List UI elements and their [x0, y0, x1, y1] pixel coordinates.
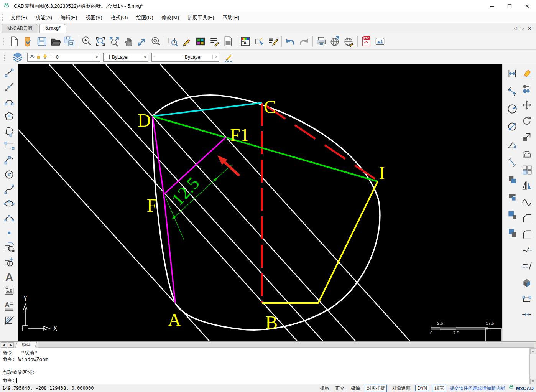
layer-select[interactable]: 0 ∨ [27, 53, 100, 62]
draw-spline-icon[interactable] [3, 183, 16, 196]
draw-rectangle-icon[interactable] [3, 139, 16, 152]
status-toggle-对象捕捉[interactable]: 对象捕捉 [365, 385, 387, 392]
undo-icon[interactable] [283, 35, 297, 48]
menu-扩展工具(E)[interactable]: 扩展工具(E) [183, 13, 218, 23]
document-tab-MxCAD云图[interactable]: MxCAD云图 [2, 24, 38, 33]
trim-icon[interactable] [520, 259, 534, 273]
draw-polygon-icon[interactable] [3, 110, 16, 123]
horizontal-scrollbar[interactable] [38, 343, 534, 348]
blocks-copy2-icon[interactable] [505, 189, 519, 205]
zoom-object-icon[interactable] [149, 35, 163, 48]
selection-set-icon[interactable] [252, 35, 266, 48]
zoom-window-icon[interactable] [94, 35, 107, 48]
open-folder-icon[interactable] [49, 35, 62, 48]
status-toggle-线宽[interactable]: 线宽 [433, 385, 446, 392]
bulb-icon[interactable] [42, 54, 48, 61]
save-icon[interactable] [35, 35, 49, 48]
draw-arc-u-icon[interactable] [3, 95, 16, 108]
blocks-copy4-icon[interactable] [505, 225, 519, 240]
page-setup-icon[interactable] [221, 35, 235, 48]
eye-icon[interactable] [29, 54, 35, 61]
print-icon[interactable] [314, 35, 328, 48]
color-table-icon[interactable] [194, 35, 207, 48]
edit-pencil-icon[interactable] [180, 35, 194, 48]
draw-point-icon[interactable] [3, 226, 16, 239]
pan-icon[interactable] [121, 35, 135, 48]
zoom-extents-icon[interactable] [107, 35, 121, 48]
menu-文件(F)[interactable]: 文件(F) [7, 13, 31, 23]
draw-polyline-icon[interactable] [3, 124, 16, 137]
rotate-icon[interactable] [520, 114, 534, 128]
draw-xline-icon[interactable] [3, 81, 16, 94]
layout-next-icon[interactable]: ▶ [8, 342, 14, 348]
scroll-up-icon[interactable]: ▲ [530, 348, 536, 354]
zoom-in-icon[interactable] [80, 35, 94, 48]
fillet-icon[interactable] [520, 227, 534, 241]
feedback-link[interactable]: 提交软件问题或增加新功能 [450, 385, 505, 392]
scale-icon[interactable] [520, 130, 534, 144]
color-select[interactable]: ByLayer ∨ [103, 53, 148, 62]
menu-帮助(H)[interactable]: 帮助(H) [218, 13, 243, 23]
status-toggle-正交[interactable]: 正交 [334, 385, 345, 392]
ucs-axes-icon[interactable] [135, 35, 149, 48]
save-as-icon[interactable] [62, 35, 76, 48]
draw-line-icon[interactable] [3, 66, 16, 79]
draw-text-icon[interactable]: A [3, 270, 16, 283]
draw-ellipse-icon[interactable] [3, 197, 16, 210]
dim-linear-icon[interactable] [505, 66, 519, 81]
draw-mtext-icon[interactable]: A [3, 299, 16, 312]
match-brush-icon[interactable] [266, 35, 280, 48]
export-image-icon[interactable] [373, 35, 387, 48]
publish-web-icon[interactable] [328, 35, 342, 48]
tab-model[interactable]: 模型 [15, 342, 37, 348]
draw-arc-icon[interactable] [3, 153, 16, 166]
dim-aligned-icon[interactable] [505, 84, 519, 99]
status-toggle-栅格[interactable]: 栅格 [319, 385, 330, 392]
menu-修改(M)[interactable]: 修改(M) [157, 13, 183, 23]
dim-radius-icon[interactable] [505, 101, 519, 117]
tab-scroll-left-icon[interactable]: ◁ [514, 26, 517, 31]
move-icon[interactable] [520, 98, 534, 112]
draw-circle-icon[interactable] [3, 168, 16, 181]
minimize-button[interactable]: ─ [483, 0, 501, 12]
swatch-icon[interactable] [49, 54, 54, 61]
menu-格式(O)[interactable]: 格式(O) [107, 13, 132, 23]
command-input[interactable]: 命令: [0, 377, 536, 384]
linetype-select[interactable]: ByLayer ∨ [151, 53, 219, 62]
scroll-down-icon[interactable]: ▼ [530, 379, 536, 384]
maximize-button[interactable]: ☐ [501, 0, 518, 12]
menu-功能(A)[interactable]: 功能(A) [31, 13, 56, 23]
export-pdf-icon[interactable]: PDF [359, 35, 373, 48]
document-tab-5.mxg*[interactable]: 5.mxg* [39, 24, 66, 33]
dim-angular-icon[interactable] [505, 137, 519, 152]
command-scrollbar[interactable]: ▲ ▼ [529, 348, 536, 384]
break-at-point-icon[interactable] [520, 243, 534, 257]
layout-prev-icon[interactable]: ◀ [1, 342, 7, 348]
text-style-icon[interactable]: A [238, 35, 252, 48]
draw-arc-chord-icon[interactable] [3, 212, 16, 225]
named-view-icon[interactable] [166, 35, 180, 48]
tab-scroll-right-icon[interactable]: ▷ [521, 26, 524, 31]
menu-编辑(E)[interactable]: 编辑(E) [56, 13, 81, 23]
mtext-edit-icon[interactable] [207, 35, 221, 48]
layer-manager-icon[interactable] [11, 51, 24, 64]
status-toggle-对象追踪[interactable]: 对象追踪 [391, 385, 411, 392]
chamfer-icon[interactable] [520, 211, 534, 225]
offset-icon[interactable] [520, 147, 534, 160]
explode-icon[interactable] [520, 275, 534, 289]
dim-diameter-icon[interactable] [505, 119, 519, 134]
copy-object-icon[interactable] [520, 82, 534, 96]
stretch-icon[interactable] [520, 292, 534, 305]
draw-hatch-icon[interactable] [3, 314, 16, 327]
drawing-canvas[interactable]: 12.5DCF1FIABYX2.517.507.5 [18, 64, 502, 341]
rev-cloud-icon[interactable] [520, 195, 534, 209]
status-toggle-极轴[interactable]: 极轴 [349, 385, 361, 392]
blocks-copy3-icon[interactable] [505, 207, 519, 222]
join-icon[interactable] [520, 308, 534, 321]
blocks-copy1-icon[interactable] [505, 172, 519, 187]
array-icon[interactable] [520, 163, 534, 176]
insert-block-icon[interactable] [3, 241, 16, 254]
linetype-edit-icon[interactable] [222, 51, 235, 64]
menu-绘图(D)[interactable]: 绘图(D) [132, 13, 157, 23]
status-toggle-DYN[interactable]: DYN [415, 385, 429, 391]
